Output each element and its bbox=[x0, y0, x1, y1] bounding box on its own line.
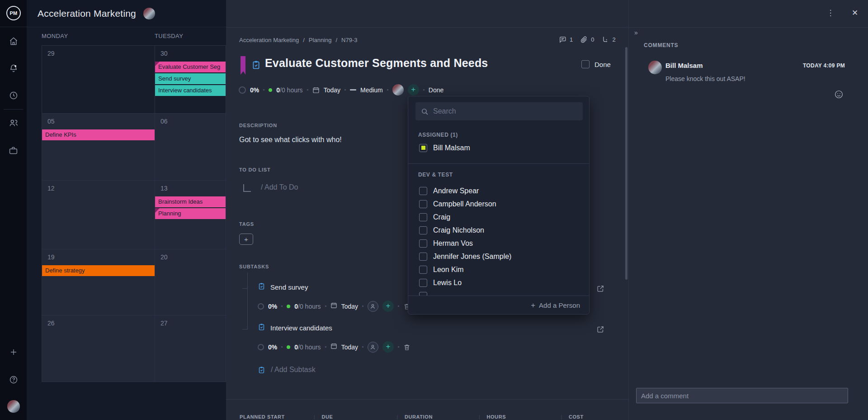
person-checkbox[interactable] bbox=[419, 213, 427, 221]
person-checkbox[interactable] bbox=[419, 144, 427, 152]
add-assignee-button[interactable]: + bbox=[408, 84, 419, 95]
done-checkbox[interactable] bbox=[581, 60, 590, 68]
subtask-progress[interactable]: 0% bbox=[268, 344, 277, 351]
assign-person-icon[interactable] bbox=[368, 301, 378, 312]
subtask-row[interactable]: Interview candidates bbox=[258, 323, 332, 333]
assign-person-icon[interactable] bbox=[368, 342, 378, 353]
notifications-icon[interactable] bbox=[0, 59, 27, 77]
person-checkbox[interactable] bbox=[419, 200, 427, 208]
breadcrumb-item[interactable]: Acceleration Marketing bbox=[239, 37, 299, 43]
emoji-reaction-icon[interactable] bbox=[834, 90, 844, 101]
person-checkbox[interactable] bbox=[419, 266, 427, 274]
add-person-button[interactable]: +Add a Person bbox=[531, 301, 580, 310]
comments-count-icon[interactable] bbox=[559, 36, 566, 43]
breadcrumb-item[interactable]: Planning bbox=[309, 37, 332, 43]
add-todo-placeholder[interactable]: / Add To Do bbox=[261, 183, 298, 191]
assignee-avatar[interactable] bbox=[392, 84, 404, 95]
progress-ring-icon[interactable] bbox=[258, 303, 264, 310]
progress-ring-icon[interactable] bbox=[239, 86, 246, 94]
person-row[interactable]: Craig Nicholson bbox=[408, 224, 589, 237]
person-checkbox[interactable] bbox=[419, 226, 427, 234]
calendar-day-cell[interactable]: 13Brainstorm IdeasPlanning bbox=[155, 181, 226, 249]
calendar-event[interactable]: Evaluate Customer Seg bbox=[155, 62, 226, 72]
subtask-progress[interactable]: 0% bbox=[268, 303, 277, 310]
calendar-day-cell[interactable]: 27 bbox=[155, 315, 226, 382]
person-row[interactable]: Lewis Lo bbox=[408, 276, 589, 289]
calendar-day-cell[interactable]: 30Evaluate Customer SegSend surveyInterv… bbox=[155, 46, 226, 114]
calendar-day-cell[interactable]: 20 bbox=[155, 249, 226, 315]
open-subtask-icon[interactable] bbox=[597, 285, 604, 294]
calendar-event[interactable]: Define KPIs bbox=[42, 129, 155, 140]
add-todo-row[interactable]: / Add To Do bbox=[243, 183, 298, 192]
task-hours[interactable]: 0/0 hours bbox=[276, 86, 302, 94]
calendar-event[interactable]: Planning bbox=[155, 208, 226, 219]
assigned-person-row[interactable]: Bill Malsam bbox=[408, 141, 589, 154]
subtask-tree-stub bbox=[242, 288, 247, 289]
subtask-date[interactable]: Today bbox=[341, 344, 358, 351]
person-checkbox[interactable] bbox=[419, 279, 427, 287]
task-priority[interactable]: Medium bbox=[360, 86, 383, 94]
calendar-day-cell[interactable]: 05Define KPIs bbox=[42, 114, 155, 181]
help-icon[interactable] bbox=[0, 371, 27, 389]
add-comment-input[interactable] bbox=[636, 388, 848, 403]
calendar-event[interactable]: Brainstorm Ideas bbox=[155, 196, 226, 207]
task-date[interactable]: Today bbox=[324, 86, 340, 94]
add-assignee-button[interactable]: + bbox=[382, 341, 394, 353]
subtask-title[interactable]: Interview candidates bbox=[270, 324, 332, 332]
calendar-day-cell[interactable]: 19Define strategy bbox=[42, 249, 155, 315]
home-icon[interactable] bbox=[0, 32, 27, 50]
person-checkbox[interactable] bbox=[419, 187, 427, 195]
subtask-hours[interactable]: 0/0 hours bbox=[294, 303, 321, 310]
calendar-event[interactable]: Define strategy bbox=[42, 265, 155, 276]
project-owner-avatar[interactable] bbox=[143, 8, 155, 19]
person-row[interactable]: Campbell Anderson bbox=[408, 197, 589, 210]
subtask-hours[interactable]: 0/0 hours bbox=[294, 344, 321, 351]
task-progress[interactable]: 0% bbox=[250, 86, 259, 94]
pm-logo-icon[interactable]: PM bbox=[6, 6, 21, 20]
breadcrumb-item[interactable]: N79-3 bbox=[341, 37, 357, 43]
progress-ring-icon[interactable] bbox=[258, 344, 264, 350]
task-title[interactable]: Evaluate Customer Segments and Needs bbox=[265, 57, 488, 70]
person-checkbox[interactable] bbox=[419, 253, 427, 261]
add-subtask-placeholder[interactable]: / Add Subtask bbox=[271, 366, 316, 374]
collapse-panel-icon[interactable]: » bbox=[634, 29, 638, 36]
person-row[interactable]: Herman Vos bbox=[408, 237, 589, 250]
person-row[interactable]: Leon Kim bbox=[408, 263, 589, 276]
calendar-day-cell[interactable]: 26 bbox=[42, 315, 155, 382]
add-assignee-button[interactable]: + bbox=[382, 301, 394, 312]
add-tag-button[interactable]: + bbox=[239, 234, 253, 245]
subtask-row[interactable]: Send survey bbox=[258, 282, 308, 292]
subtask-date[interactable]: Today bbox=[341, 303, 358, 310]
assignee-search[interactable] bbox=[415, 102, 583, 120]
assignee-search-input[interactable] bbox=[433, 107, 583, 115]
attachments-count-icon[interactable] bbox=[580, 36, 588, 43]
team-icon[interactable] bbox=[0, 114, 27, 132]
person-checkbox[interactable] bbox=[419, 239, 427, 248]
delete-subtask-icon[interactable] bbox=[403, 344, 410, 351]
panel-scrollbar[interactable] bbox=[625, 47, 627, 280]
portfolio-icon[interactable] bbox=[0, 141, 27, 159]
profile-avatar[interactable] bbox=[0, 397, 27, 415]
open-subtask-icon[interactable] bbox=[597, 325, 604, 335]
task-description[interactable]: Got to see what clicks with who! bbox=[239, 136, 342, 144]
calendar-day-cell[interactable]: 12 bbox=[42, 181, 155, 249]
calendar-event[interactable]: Interview candidates bbox=[155, 85, 226, 96]
panel-divider bbox=[226, 399, 628, 400]
add-subtask-row[interactable]: / Add Subtask bbox=[258, 366, 316, 374]
breadcrumb[interactable]: Acceleration Marketing/Planning/N79-3 bbox=[239, 37, 358, 43]
calendar-day-cell[interactable]: 06 bbox=[155, 114, 226, 181]
comment-author: Bill Malsam bbox=[665, 62, 703, 69]
done-checkbox-group[interactable]: Done bbox=[581, 60, 611, 68]
subtasks-count-icon[interactable] bbox=[601, 36, 609, 43]
close-icon[interactable]: ✕ bbox=[849, 5, 861, 20]
person-row[interactable]: Craig bbox=[408, 210, 589, 224]
person-row[interactable]: Jennifer Jones (Sample) bbox=[408, 250, 589, 263]
calendar-day-cell[interactable]: 29 bbox=[42, 46, 155, 114]
calendar-event[interactable]: Send survey bbox=[155, 73, 226, 84]
task-status[interactable]: Done bbox=[429, 86, 443, 94]
add-icon[interactable] bbox=[0, 343, 27, 361]
person-row[interactable]: Andrew Spear bbox=[408, 184, 589, 197]
subtask-title[interactable]: Send survey bbox=[270, 283, 308, 291]
recent-icon[interactable] bbox=[0, 86, 27, 105]
more-options-icon[interactable]: ⋮ bbox=[825, 5, 836, 20]
